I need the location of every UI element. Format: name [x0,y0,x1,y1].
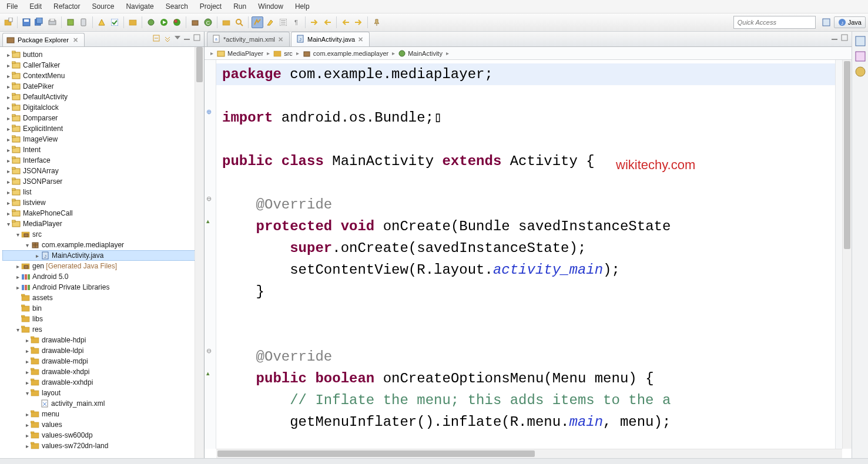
twisty-icon[interactable]: ▸ [5,115,12,122]
minimize-icon[interactable] [183,34,190,44]
horizontal-scrollbar[interactable] [216,449,842,458]
perspective-java-button[interactable]: J Java [834,16,866,28]
twisty-icon[interactable]: ▸ [24,369,31,375]
task-list-icon[interactable] [854,51,866,62]
tree-row[interactable]: ▸drawable-xxhdpi [2,377,204,388]
pin-editor-icon[interactable] [371,16,383,28]
quick-access-input[interactable] [733,16,816,29]
twisty-icon[interactable]: ▸ [5,168,12,174]
search-icon[interactable] [233,16,245,28]
debug-dropdown-icon[interactable] [145,16,157,28]
twisty-icon[interactable]: ▾ [14,231,21,238]
menu-file[interactable]: File [1,1,23,12]
tree-row[interactable]: ▾res [2,324,204,335]
checkbox-icon[interactable] [109,16,120,28]
breadcrumb-item[interactable]: MainActivity [408,50,443,57]
twisty-icon[interactable]: ▸ [5,189,12,196]
new-package-icon[interactable] [189,16,201,28]
expand-icon[interactable]: ⊕ [206,108,212,116]
twisty-icon[interactable]: ▸ [5,136,12,143]
twisty-icon[interactable]: ▾ [14,327,21,333]
twisty-icon[interactable]: ▾ [24,390,31,396]
editor-gutter[interactable]: ⊕ ⊖ ▴ ⊖ ▴ [205,60,216,449]
tree-row[interactable]: ▸Android Private Libraries [2,282,204,292]
outline-view-icon[interactable] [854,35,866,47]
tree-row[interactable]: ▸drawable-xhdpi [2,367,204,377]
show-whitespace-icon[interactable]: ¶ [290,16,302,28]
help-icon[interactable] [854,66,866,78]
tree-row[interactable]: activity_main.xml [2,398,204,409]
twisty-icon[interactable]: ▸ [24,379,31,386]
prev-annotation-icon[interactable] [321,16,333,28]
twisty-icon[interactable]: ▸ [5,126,12,132]
tree-row[interactable]: ▸drawable-ldpi [2,345,204,356]
tree-row[interactable]: ▸list [2,187,204,197]
twisty-icon[interactable]: ▸ [24,348,31,354]
twisty-icon[interactable]: ▸ [5,157,12,164]
scrollbar-thumb[interactable] [196,47,203,82]
sdk-manager-icon[interactable] [65,16,76,28]
tree-row[interactable]: ▸ExplicitIntent [2,123,204,134]
link-editor-icon[interactable] [163,34,172,44]
breadcrumb-item[interactable]: com.example.mediaplayer [313,50,388,57]
tree-row[interactable]: ▸ContextMenu [2,70,204,81]
close-icon[interactable]: ✕ [73,36,78,44]
toggle-highlight-icon[interactable] [264,16,276,28]
vertical-scrollbar[interactable] [842,60,852,449]
print-icon[interactable] [46,16,58,28]
tree-row[interactable]: ▾layout [2,388,204,398]
scrollbar-thumb[interactable] [217,450,535,457]
tree-row[interactable]: ▸ImageView [2,134,204,144]
package-explorer-tab[interactable]: Package Explorer ✕ [2,33,85,46]
tree-scrollbar[interactable] [195,47,204,458]
editor-tab[interactable]: JMainActivity.java✕ [291,32,370,46]
tree-row[interactable]: ▾src [2,229,204,240]
collapse-all-icon[interactable] [152,34,160,44]
forward-icon[interactable] [353,16,364,28]
close-icon[interactable]: ✕ [358,36,363,43]
twisty-icon[interactable]: ▸ [24,358,31,365]
tree-row[interactable]: ▸JSONParser [2,176,204,187]
tree-row[interactable]: ▸Android 5.0 [2,271,204,282]
code-editor[interactable]: ⊕ ⊖ ▴ ⊖ ▴ package com.example.mediaplaye… [205,60,852,458]
twisty-icon[interactable]: ▸ [24,432,31,439]
run-dropdown-icon[interactable] [158,16,170,28]
tree-row[interactable]: bin [2,303,204,314]
breadcrumb-item[interactable]: src [284,50,293,57]
tree-row[interactable]: ▸JSONArray [2,166,204,176]
tree-row[interactable]: ▸drawable-mdpi [2,356,204,367]
menu-source[interactable]: Source [86,1,119,12]
tree-row[interactable]: ▸Interface [2,155,204,166]
next-annotation-icon[interactable] [309,16,320,28]
twisty-icon[interactable]: ▸ [14,284,21,291]
open-perspective-icon[interactable] [820,16,832,28]
toggle-mark-occurrences-icon[interactable] [252,16,263,28]
avd-manager-icon[interactable] [78,16,89,28]
twisty-icon[interactable]: ▸ [33,253,41,259]
tree-row[interactable]: ▾com.example.mediaplayer [2,240,204,250]
twisty-icon[interactable]: ▾ [24,242,31,248]
twisty-icon[interactable]: ▸ [5,73,12,79]
new-wizard-icon[interactable] [127,16,139,28]
tree-row[interactable]: ▸values-sw600dp [2,430,204,441]
save-icon[interactable] [21,16,32,28]
twisty-icon[interactable]: ▸ [5,105,12,111]
menu-run[interactable]: Run [228,1,252,12]
twisty-icon[interactable]: ▸ [24,411,31,418]
menu-refactor[interactable]: Refactor [48,1,85,12]
menu-help[interactable]: Help [290,1,315,12]
tree-row[interactable]: ▸DatePiker [2,81,204,92]
toggle-block-selection-icon[interactable] [277,16,289,28]
tree-row[interactable]: ▸menu [2,409,204,419]
view-menu-icon[interactable] [175,34,180,44]
twisty-icon[interactable]: ▸ [5,210,12,217]
tree-row[interactable]: ▸DefaultActivity [2,92,204,102]
tree-row[interactable]: ▸Digitalclock [2,102,204,113]
tree-row[interactable]: ▸CallerTalker [2,60,204,70]
back-icon[interactable] [340,16,351,28]
twisty-icon[interactable]: ▸ [24,422,31,428]
overview-ruler[interactable] [835,60,842,449]
twisty-icon[interactable]: ▸ [5,147,12,153]
tree-row[interactable]: ▸values [2,419,204,430]
lint-icon[interactable] [96,16,108,28]
